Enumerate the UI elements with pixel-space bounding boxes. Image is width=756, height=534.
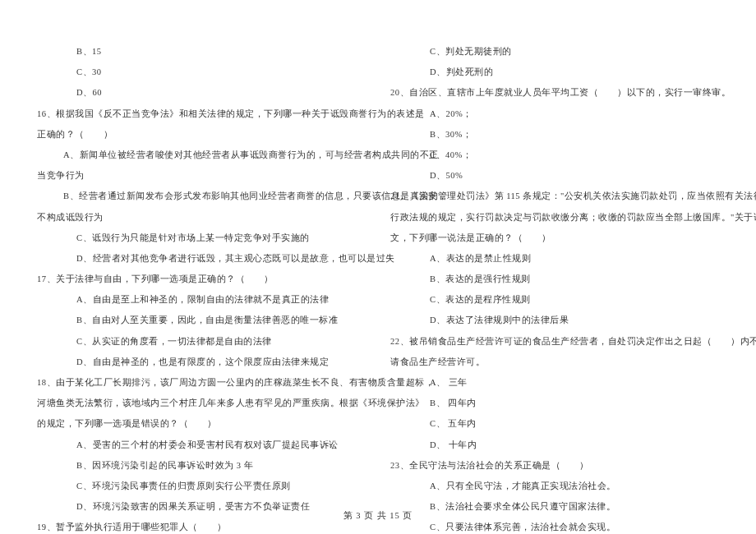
text-line: C、环境污染民事责任的归责原则实行公平责任原则 [37, 476, 366, 496]
text-line: C、 五年内 [390, 413, 719, 434]
text-line: 23、全民守法与法治社会的关系正确是（ ） [390, 455, 719, 476]
text-line: 当竞争行为 [37, 165, 366, 186]
document-page: B、15C、30D、6016、根据我国《反不正当竞争法》和相关法律的规定，下列哪… [0, 0, 756, 501]
text-line: 行政法规的规定，实行罚款决定与罚款收缴分离；收缴的罚款应当全部上缴国库。"关于该… [390, 207, 719, 228]
text-line: D、表达了法律规则中的法律后果 [390, 310, 719, 330]
text-line: A、20%； [390, 104, 719, 124]
text-line: 的规定，下列哪一选项是错误的？（ ） [37, 413, 366, 434]
text-line: 16、根据我国《反不正当竞争法》和相关法律的规定，下列哪一种关于诋毁商誉行为的表… [37, 104, 366, 124]
text-line: D、 十年内 [390, 435, 719, 455]
text-line: B、经营者通过新闻发布会形式发布影响其他同业经营者商誉的信息，只要该信息是真实的… [37, 186, 366, 206]
text-line: A、新闻单位被经营者唆使对其他经营者从事诋毁商誉行为的，可与经营者构成共同的不正 [37, 145, 366, 165]
text-line: B、表达的是强行性规则 [390, 269, 719, 289]
text-line: A、表达的是禁止性规则 [390, 248, 719, 269]
left-column: B、15C、30D、6016、根据我国《反不正当竞争法》和相关法律的规定，下列哪… [25, 41, 378, 468]
text-line: D、50% [390, 165, 719, 186]
text-line: B、自由对人至关重要，因此，自由是衡量法律善恶的唯一标准 [37, 310, 366, 330]
text-line: 正确的？（ ） [37, 124, 366, 145]
text-line: 22、被吊销食品生产经营许可证的食品生产经营者，自处罚决定作出之日起（ ）内不得… [390, 331, 719, 352]
text-line: C、30 [37, 62, 366, 82]
text-line: D、60 [37, 82, 366, 103]
text-line: D、自由是神圣的，也是有限度的，这个限度应由法律来规定 [37, 352, 366, 372]
text-line: A、自由是至上和神圣的，限制自由的法律就不是真正的法律 [37, 289, 366, 310]
page-footer: 第 3 页 共 15 页 [0, 510, 756, 522]
text-line: B、15 [37, 41, 366, 62]
text-line: A、只有全民守法，才能真正实现法治社会。 [390, 476, 719, 496]
text-line: C、从实证的角度看，一切法律都是自由的法律 [37, 331, 366, 352]
text-line: 18、由于某化工厂长期排污，该厂周边方圆一公里内的庄稼蔬菜生长不良、有害物质含量… [37, 372, 366, 393]
text-line: D、经营者对其他竞争者进行诋毁，其主观心态既可以是故意，也可以是过失 [37, 248, 366, 269]
text-line: 不构成诋毁行为 [37, 207, 366, 228]
text-line: 文，下列哪一说法是正确的？（ ） [390, 228, 719, 248]
text-line: C、表达的是程序性规则 [390, 289, 719, 310]
text-line: A、受害的三个村的村委会和受害村民有权对该厂提起民事诉讼 [37, 435, 366, 455]
text-line: C、诋毁行为只能是针对市场上某一特定竞争对手实施的 [37, 228, 366, 248]
text-line: 请食品生产经营许可。 [390, 352, 719, 372]
text-line: 20、自治区、直辖市上年度就业人员年平均工资（ ）以下的，实行一审终审。 [390, 82, 719, 103]
text-line: B、因环境污染引起的民事诉讼时效为 3 年 [37, 455, 366, 476]
text-line: 河塘鱼类无法繁衍，该地域内三个村庄几年来多人患有罕见的严重疾病。根据《环境保护法… [37, 393, 366, 413]
text-line: B、 四年内 [390, 393, 719, 413]
text-line: 21、《治安管理处罚法》第 115 条规定："公安机关依法实施罚款处罚，应当依照… [390, 186, 719, 206]
text-line: A、 三年 [390, 372, 719, 393]
text-line: C、判处无期徒刑的 [390, 41, 719, 62]
right-column: C、判处无期徒刑的D、判处死刑的20、自治区、直辖市上年度就业人员年平均工资（ … [378, 41, 731, 468]
text-line: 17、关于法律与自由，下列哪一选项是正确的？（ ） [37, 269, 366, 289]
text-line: B、30%； [390, 124, 719, 145]
text-line: D、判处死刑的 [390, 62, 719, 82]
text-line: C、40%； [390, 145, 719, 165]
